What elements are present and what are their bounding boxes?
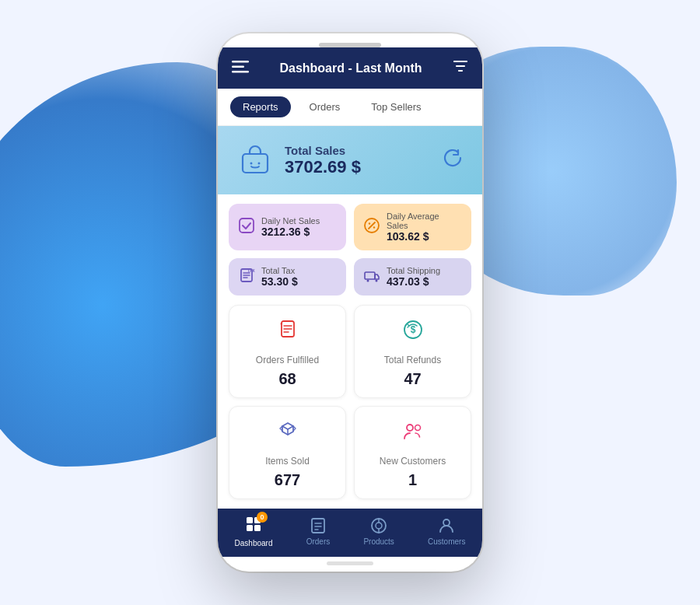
bottom-nav-customers[interactable]: Customers xyxy=(428,516,465,546)
svg-rect-6 xyxy=(240,219,254,233)
total-sales-info: Total Sales 3702.69 $ xyxy=(285,144,361,177)
svg-rect-1 xyxy=(232,66,244,68)
svg-point-10 xyxy=(373,226,375,228)
refresh-icon[interactable] xyxy=(442,147,464,173)
main-content: Daily Net Sales 3212.36 $ Daily Average … xyxy=(218,194,482,509)
total-sales-left: Total Sales 3702.69 $ xyxy=(236,142,361,179)
new-customers-value: 1 xyxy=(408,471,417,489)
svg-rect-0 xyxy=(232,61,249,63)
total-tax-label: Total Tax xyxy=(261,266,298,275)
svg-point-26 xyxy=(415,425,420,431)
daily-net-sales-label: Daily Net Sales xyxy=(261,216,320,226)
orders-fulfilled-label: Orders Fulfilled xyxy=(256,355,319,365)
shopping-bag-icon xyxy=(236,142,274,179)
bottom-nav-products-label: Products xyxy=(363,537,394,546)
total-sales-value: 3702.69 $ xyxy=(285,157,361,177)
total-sales-label: Total Sales xyxy=(285,144,361,157)
daily-net-sales-card[interactable]: Daily Net Sales 3212.36 $ xyxy=(229,204,346,250)
filter-icon[interactable] xyxy=(453,58,468,78)
svg-rect-3 xyxy=(243,154,268,173)
orders-fulfilled-card[interactable]: Orders Fulfilled 68 xyxy=(229,305,346,398)
new-customers-label: New Customers xyxy=(380,456,446,467)
tab-reports[interactable]: Reports xyxy=(230,96,291,117)
items-sold-card[interactable]: Items Sold 677 xyxy=(229,406,346,499)
svg-rect-30 xyxy=(254,525,261,531)
phone-home-bar xyxy=(327,561,373,565)
total-shipping-label: Total Shipping xyxy=(387,266,440,275)
orders-fulfilled-icon xyxy=(276,318,299,347)
tab-orders[interactable]: Orders xyxy=(297,96,353,117)
daily-avg-sales-value: 103.62 $ xyxy=(387,230,462,243)
tab-top-sellers[interactable]: Top Sellers xyxy=(359,96,433,117)
bottom-nav-dashboard-label: Dashboard xyxy=(235,539,273,547)
svg-point-4 xyxy=(250,163,253,165)
new-customers-card[interactable]: New Customers 1 xyxy=(354,406,471,499)
total-shipping-value: 437.03 $ xyxy=(387,275,440,288)
total-shipping-card[interactable]: Total Shipping 437.03 $ xyxy=(354,258,471,296)
total-refunds-label: Total Refunds xyxy=(384,355,441,365)
items-sold-icon xyxy=(276,419,299,448)
svg-rect-2 xyxy=(232,71,249,73)
nav-tabs: Reports Orders Top Sellers xyxy=(218,89,482,126)
check-icon xyxy=(238,217,255,238)
svg-point-18 xyxy=(376,279,378,282)
svg-rect-16 xyxy=(365,272,375,279)
app-header: Dashboard - Last Month xyxy=(218,47,482,89)
total-refunds-value: 47 xyxy=(404,370,421,388)
header-title: Dashboard - Last Month xyxy=(279,61,422,75)
phone-shell: Dashboard - Last Month Reports Orders To… xyxy=(218,33,482,572)
daily-avg-sales-card[interactable]: Daily Average Sales 103.62 $ xyxy=(354,204,471,250)
bottom-nav-products[interactable]: Products xyxy=(363,516,394,546)
menu-icon[interactable] xyxy=(232,59,249,77)
svg-point-17 xyxy=(367,279,369,282)
svg-text:TAX: TAX xyxy=(247,268,255,273)
svg-point-36 xyxy=(376,523,382,529)
new-customers-icon xyxy=(401,419,425,448)
bottom-nav-customers-label: Customers xyxy=(428,537,465,546)
svg-point-39 xyxy=(443,519,450,526)
total-refunds-card[interactable]: $ Total Refunds 47 xyxy=(354,305,471,398)
bottom-navigation: 0 Dashboard Orders Products xyxy=(218,509,482,557)
orders-fulfilled-value: 68 xyxy=(278,370,296,388)
svg-text:$: $ xyxy=(410,324,415,335)
total-tax-card[interactable]: TAX Total Tax 53.30 $ xyxy=(229,258,346,296)
svg-rect-27 xyxy=(247,517,253,523)
dashboard-badge: 0 xyxy=(257,512,268,523)
items-sold-value: 677 xyxy=(275,471,300,489)
bottom-nav-orders-label: Orders xyxy=(306,537,331,546)
svg-point-25 xyxy=(407,425,413,431)
svg-point-9 xyxy=(369,222,370,224)
svg-rect-31 xyxy=(312,519,324,533)
daily-net-sales-value: 3212.36 $ xyxy=(261,226,320,238)
daily-avg-sales-label: Daily Average Sales xyxy=(387,212,462,230)
items-sold-label: Items Sold xyxy=(265,456,310,467)
bottom-nav-dashboard[interactable]: 0 Dashboard xyxy=(235,515,273,547)
total-tax-value: 53.30 $ xyxy=(261,275,298,288)
total-sales-banner: Total Sales 3702.69 $ xyxy=(218,126,482,194)
tax-icon: TAX xyxy=(238,267,255,288)
total-refunds-icon: $ xyxy=(401,318,425,347)
svg-point-5 xyxy=(258,163,261,165)
bottom-nav-orders[interactable]: Orders xyxy=(306,516,331,546)
metrics-grid: Orders Fulfilled 68 $ Total Refunds 47 xyxy=(229,305,471,499)
stats-grid: Daily Net Sales 3212.36 $ Daily Average … xyxy=(229,204,471,296)
svg-rect-29 xyxy=(247,525,253,531)
discount-icon xyxy=(363,217,380,238)
shipping-icon xyxy=(363,267,380,288)
